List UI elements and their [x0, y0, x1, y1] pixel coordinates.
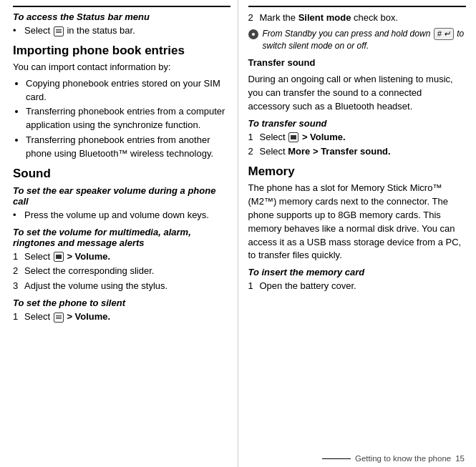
- set-silent-step-1: 1 Select > Volume.: [13, 310, 230, 324]
- memory-heading: Memory: [248, 164, 467, 179]
- menu-icon: [288, 132, 298, 142]
- note-row: From Standby you can press and hold down…: [248, 28, 467, 52]
- set-silent-step-2: 2 Mark the Silent mode check box.: [248, 11, 467, 25]
- ear-speaker-step: • Press the volume up and volume down ke…: [13, 209, 230, 222]
- access-status-bar-heading: To access the Status bar menu: [13, 11, 230, 22]
- note-icon-inner: [252, 33, 255, 36]
- footer-text: Getting to know the phone: [355, 454, 451, 463]
- insert-step-1: 1 Open the battery cover.: [248, 280, 467, 293]
- page: To access the Status bar menu • Select i…: [0, 0, 476, 467]
- transfer-sound-italic-heading: To transfer sound: [248, 118, 467, 129]
- transfer-sound-body: During an ongoing call or when listening…: [248, 73, 467, 114]
- note-text: From Standby you can press and hold down…: [263, 28, 467, 52]
- top-divider: [13, 6, 230, 7]
- set-silent-heading: To set the phone to silent: [13, 298, 230, 308]
- memory-body: The phone has a slot for Memory Stick Mi…: [248, 182, 467, 262]
- importing-bullets: Copying phonebook entries stored on your…: [26, 77, 230, 161]
- footer-line: [322, 458, 351, 459]
- multimedia-heading: To set the volume for multimedia, alarm,…: [13, 227, 230, 248]
- footer-page: 15: [455, 454, 465, 463]
- insert-memory-heading: To insert the memory card: [248, 267, 467, 277]
- multimedia-step-1: 1 Select > Volume.: [13, 250, 230, 264]
- list-item: Transferring phonebook entries from a co…: [26, 105, 230, 132]
- access-step-text: Select in the status bar.: [24, 24, 135, 38]
- access-status-bar-step: • Select in the status bar.: [13, 24, 230, 38]
- right-column: 2 Mark the Silent mode check box. From S…: [238, 0, 477, 467]
- footer: Getting to know the phone 15: [322, 454, 465, 463]
- top-divider-right: [248, 6, 467, 7]
- list-item: Copying phonebook entries stored on your…: [26, 77, 230, 104]
- importing-body: You can import contact information by:: [13, 61, 230, 74]
- ear-speaker-heading: To set the ear speaker volume during a p…: [13, 185, 230, 207]
- menu-icon: [54, 313, 64, 323]
- menu-icon: [54, 26, 64, 36]
- menu-icon: [54, 252, 64, 262]
- note-icon: [248, 29, 258, 39]
- left-column: To access the Status bar menu • Select i…: [0, 0, 238, 467]
- key-box: # ↵: [434, 28, 454, 40]
- transfer-step-2: 2 Select More > Transfer sound.: [248, 145, 467, 159]
- transfer-step-1: 1 Select > Volume.: [248, 131, 467, 144]
- importing-heading: Importing phone book entries: [13, 44, 230, 58]
- bullet-dot: •: [13, 24, 21, 38]
- multimedia-step-2: 2 Select the corresponding slider.: [13, 265, 230, 278]
- multimedia-step-3: 3 Adjust the volume using the stylus.: [13, 280, 230, 293]
- sound-heading: Sound: [13, 167, 230, 181]
- transfer-sound-heading-bold: Transfer sound: [248, 56, 467, 70]
- list-item: Transferring phonebook entries from anot…: [26, 134, 230, 161]
